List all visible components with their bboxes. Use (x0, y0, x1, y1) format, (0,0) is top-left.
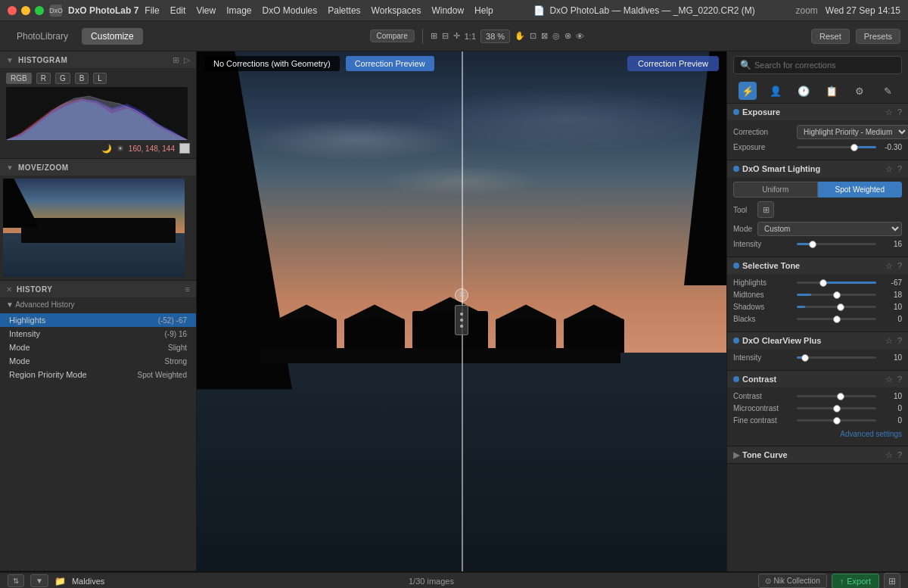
clearview-star[interactable]: ☆ (885, 336, 893, 346)
repair-icon[interactable]: ⊗ (564, 31, 571, 41)
tool-extra-icon[interactable]: ✎ (878, 82, 897, 100)
tone-curve-header[interactable]: ▶ Tone Curve ☆ ? (727, 446, 908, 463)
export-button[interactable]: ↑ Export (832, 574, 879, 589)
retouch-icon[interactable]: ⊠ (541, 31, 548, 41)
histogram-header[interactable]: ▼ HISTOGRAM ⊞ ▷ (0, 51, 196, 68)
minimize-button[interactable] (21, 6, 30, 15)
intensity-thumb[interactable] (809, 241, 816, 248)
filter-button[interactable]: ▼ (30, 574, 48, 587)
zoom-label[interactable]: 38 % (480, 30, 510, 43)
menu-dxo-modules[interactable]: DxO Modules (263, 5, 318, 16)
split-dot-top[interactable]: ✕ (455, 288, 468, 302)
compare-button[interactable]: Compare (370, 30, 415, 42)
selective-tone-header[interactable]: Selective Tone ☆ ? (727, 257, 908, 274)
selective-tone-star[interactable]: ☆ (885, 261, 893, 271)
highlights-thumb[interactable] (819, 279, 827, 287)
tool-export-icon[interactable]: ⚙ (850, 82, 869, 100)
exposure-header[interactable]: Exposure ☆ ? (727, 104, 908, 120)
grid-view-button[interactable]: ⊞ (884, 573, 900, 589)
blacks-thumb[interactable] (833, 316, 841, 323)
shadows-thumb[interactable] (837, 303, 844, 311)
mode-select[interactable]: Custom (757, 222, 902, 236)
advanced-settings-link[interactable]: Advanced settings (733, 428, 902, 441)
smart-lighting-star[interactable]: ☆ (885, 164, 893, 174)
smart-lighting-header[interactable]: DxO Smart Lighting ☆ ? (727, 160, 908, 177)
tone-curve-info[interactable]: ? (897, 450, 902, 459)
movezoom-preview[interactable] (3, 179, 185, 277)
tool-box-btn[interactable]: ⊞ (757, 201, 774, 218)
exposure-star[interactable]: ☆ (885, 107, 893, 117)
reset-button[interactable]: Reset (811, 29, 850, 44)
menu-image[interactable]: Image (226, 5, 251, 16)
split-grip[interactable] (455, 305, 468, 335)
fine-contrast-slider[interactable] (797, 419, 876, 422)
shadows-slider[interactable] (797, 306, 876, 308)
contrast-star[interactable]: ☆ (885, 375, 893, 384)
presets-button[interactable]: Presets (856, 29, 900, 44)
hist-channel-rgb[interactable]: RGB (6, 73, 32, 84)
clearview-info[interactable]: ? (897, 336, 902, 345)
clearview-thumb[interactable] (801, 354, 809, 362)
tab-photolibrary[interactable]: PhotoLibrary (8, 28, 77, 45)
hist-channel-l[interactable]: L (93, 73, 107, 84)
tab-customize[interactable]: Customize (82, 28, 143, 45)
correction-select[interactable]: Highlight Priority - Medium (797, 125, 908, 139)
exposure-slider[interactable] (797, 146, 876, 148)
contrast-header[interactable]: Contrast ☆ ? (727, 371, 908, 387)
history-item-1[interactable]: Intensity (-9) 16 (0, 327, 196, 341)
intensity-slider[interactable] (797, 243, 876, 245)
tool-corrections[interactable]: ⚡ (739, 82, 757, 100)
mode-spot-weighted[interactable]: Spot Weighted (818, 182, 903, 198)
hist-channel-g[interactable]: G (55, 73, 70, 84)
maximize-button[interactable] (35, 6, 44, 15)
selective-tone-info[interactable]: ? (897, 261, 902, 270)
history-settings-icon[interactable]: ≡ (185, 285, 190, 294)
highlights-slider[interactable] (797, 282, 876, 284)
menu-edit[interactable]: Edit (170, 5, 186, 16)
split-handle[interactable]: ✕ (455, 288, 468, 335)
menu-help[interactable]: Help (474, 5, 493, 16)
history-item-0[interactable]: Highlights (-52) -67 (0, 313, 196, 327)
menu-file[interactable]: File (145, 5, 159, 16)
cursor-icon[interactable]: ✛ (453, 31, 460, 41)
sort-button[interactable]: ⇅ (8, 574, 24, 587)
clearview-header[interactable]: DxO ClearView Plus ☆ ? (727, 332, 908, 349)
view-icon-single[interactable]: ⊟ (442, 31, 449, 41)
menu-window[interactable]: Window (431, 5, 464, 16)
movezoom-header[interactable]: ▼ MOVE/ZOOM (0, 159, 196, 176)
hand-icon[interactable]: ✋ (515, 31, 525, 41)
clearview-slider[interactable] (797, 356, 876, 359)
histogram-display-icon[interactable]: ⊞ (173, 55, 179, 65)
close-button[interactable] (8, 6, 17, 15)
history-item-2[interactable]: Mode Slight (0, 341, 196, 354)
exposure-thumb[interactable] (850, 144, 858, 151)
tool-history-icon[interactable]: 🕐 (794, 82, 813, 100)
menu-palettes[interactable]: Palettes (328, 5, 360, 16)
search-input[interactable] (754, 61, 895, 70)
local-adj-icon[interactable]: ◎ (552, 31, 560, 41)
tone-curve-star[interactable]: ☆ (885, 450, 893, 460)
eye-icon[interactable]: 👁 (576, 32, 584, 41)
mode-uniform[interactable]: Uniform (733, 182, 818, 198)
hist-channel-b[interactable]: B (75, 73, 89, 84)
histogram-settings-icon[interactable]: ▷ (184, 55, 190, 65)
contrast-thumb[interactable] (837, 393, 844, 400)
history-header[interactable]: ✕ HISTORY ≡ (0, 281, 196, 297)
exposure-info[interactable]: ? (897, 107, 902, 117)
blacks-slider[interactable] (797, 318, 876, 320)
contrast-info[interactable]: ? (897, 375, 902, 384)
tool-presets-icon[interactable]: 👤 (767, 82, 785, 100)
microcontrast-thumb[interactable] (833, 405, 841, 412)
nik-collection-button[interactable]: ⊙ Nik Collection (758, 574, 827, 588)
midtones-slider[interactable] (797, 294, 876, 296)
menu-workspaces[interactable]: Workspaces (372, 5, 421, 16)
crop-icon[interactable]: ⊡ (530, 31, 536, 41)
midtones-thumb[interactable] (833, 291, 841, 299)
history-item-3[interactable]: Mode Strong (0, 354, 196, 368)
contrast-slider[interactable] (797, 395, 876, 397)
view-icon-grid[interactable]: ⊞ (431, 31, 437, 41)
search-box[interactable]: 🔍 (733, 56, 902, 74)
hist-channel-r[interactable]: R (36, 73, 51, 84)
tool-metadata-icon[interactable]: 📋 (822, 82, 841, 100)
advanced-history-header[interactable]: ▼ Advanced History (0, 297, 196, 312)
